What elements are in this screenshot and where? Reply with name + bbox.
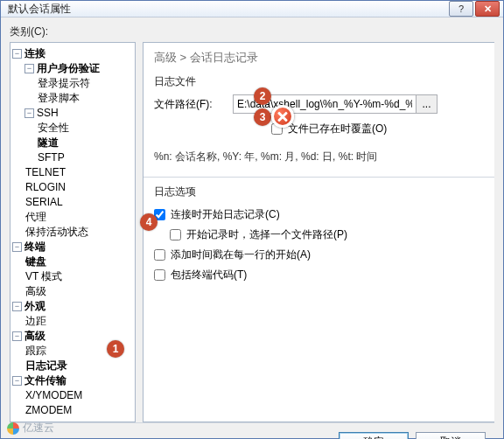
opt3-row: 添加时间戳在每一行的开始(A) bbox=[154, 245, 484, 265]
tree-connection[interactable]: 连接 bbox=[24, 47, 46, 59]
opt1-label: 连接时开始日志记录(C) bbox=[171, 207, 280, 222]
file-path-label: 文件路径(F): bbox=[154, 97, 233, 112]
tree-toggle[interactable]: − bbox=[12, 302, 22, 311]
cancel-button[interactable]: 取消 bbox=[416, 432, 486, 440]
breadcrumb: 高级 > 会话日志记录 bbox=[154, 50, 484, 66]
dialog-window: 默认会话属性 ? ✕ 类别(C): −连接 −用户身份验证 登录提示符 登录脚本… bbox=[0, 0, 504, 439]
tree-advanced[interactable]: 高级 bbox=[24, 330, 46, 342]
watermark: 亿速云 bbox=[7, 421, 54, 436]
opt2-label: 开始记录时，选择一个文件路径(P) bbox=[186, 227, 347, 242]
category-tree[interactable]: −连接 −用户身份验证 登录提示符 登录脚本 −SSH 安全性 隧道 SFTP … bbox=[10, 42, 136, 422]
badge-2: 2 bbox=[254, 87, 271, 105]
help-button[interactable]: ? bbox=[449, 1, 473, 17]
error-icon bbox=[271, 105, 294, 128]
window-title: 默认会话属性 bbox=[8, 2, 447, 17]
format-hint: %n: 会话名称, %Y: 年, %m: 月, %d: 日, %t: 时间 bbox=[154, 150, 484, 164]
tree-rlogin[interactable]: RLOGIN bbox=[24, 181, 66, 193]
separator bbox=[144, 177, 494, 178]
log-file-section: 日志文件 bbox=[154, 74, 484, 89]
ok-button[interactable]: 确定 bbox=[339, 432, 409, 440]
opt4-label: 包括终端代码(T) bbox=[171, 268, 247, 282]
tree-keyboard[interactable]: 键盘 bbox=[24, 255, 47, 268]
tree-appearance[interactable]: 外观 bbox=[24, 300, 46, 312]
tree-trace[interactable]: 跟踪 bbox=[24, 345, 47, 357]
overwrite-label: 文件已存在时覆盖(O) bbox=[288, 122, 387, 136]
tree-tunnel[interactable]: 隧道 bbox=[37, 136, 60, 149]
opt2-row: 开始记录时，选择一个文件路径(P) bbox=[154, 225, 484, 245]
tree-toggle[interactable]: − bbox=[12, 242, 22, 252]
tree-toggle[interactable]: − bbox=[12, 376, 22, 386]
file-path-row: 文件路径(F): ... bbox=[154, 94, 484, 114]
tree-serial[interactable]: SERIAL bbox=[24, 196, 64, 208]
tree-sftp[interactable]: SFTP bbox=[37, 151, 66, 164]
tree-keepalive[interactable]: 保持活动状态 bbox=[24, 226, 89, 238]
tree-zmodem[interactable]: ZMODEM bbox=[24, 404, 73, 416]
tree-filetransfer[interactable]: 文件传输 bbox=[24, 374, 67, 387]
opt3-label: 添加时间戳在每一行的开始(A) bbox=[171, 247, 311, 262]
badge-1: 1 bbox=[107, 340, 124, 358]
close-button[interactable]: ✕ bbox=[475, 1, 500, 17]
tree-margins[interactable]: 边距 bbox=[24, 315, 47, 327]
dialog-body: 类别(C): −连接 −用户身份验证 登录提示符 登录脚本 −SSH 安全性 隧… bbox=[1, 17, 503, 439]
badge-3: 3 bbox=[254, 108, 271, 126]
titlebar[interactable]: 默认会话属性 ? ✕ bbox=[1, 1, 503, 17]
tree-advanced-term[interactable]: 高级 bbox=[24, 285, 47, 297]
opt2-checkbox[interactable] bbox=[170, 229, 181, 240]
tree-xymodem[interactable]: X/YMODEM bbox=[24, 389, 83, 401]
overwrite-row: 文件已存在时覆盖(O) bbox=[154, 119, 484, 139]
settings-panel: 高级 > 会话日志记录 日志文件 文件路径(F): ... 文件已存在时覆盖(O… bbox=[143, 42, 494, 422]
browse-button[interactable]: ... bbox=[416, 94, 438, 114]
log-options-section: 日志选项 bbox=[154, 185, 484, 199]
tree-login-prompt[interactable]: 登录提示符 bbox=[37, 77, 91, 89]
tree-vtmode[interactable]: VT 模式 bbox=[24, 270, 63, 282]
tree-auth[interactable]: 用户身份验证 bbox=[36, 62, 101, 74]
watermark-text: 亿速云 bbox=[23, 421, 54, 436]
opt3-checkbox[interactable] bbox=[154, 249, 165, 261]
tree-ssh[interactable]: SSH bbox=[36, 107, 60, 119]
tree-security[interactable]: 安全性 bbox=[37, 122, 70, 134]
category-label: 类别(C): bbox=[10, 24, 494, 39]
opt4-row: 包括终端代码(T) bbox=[154, 265, 484, 285]
watermark-logo-icon bbox=[7, 422, 19, 435]
tree-telnet[interactable]: TELNET bbox=[24, 166, 66, 178]
dialog-buttons: 确定 取消 bbox=[10, 422, 494, 439]
tree-logging[interactable]: 日志记录 bbox=[24, 359, 68, 372]
tree-toggle[interactable]: − bbox=[24, 108, 34, 118]
opt4-checkbox[interactable] bbox=[154, 269, 165, 281]
content: −连接 −用户身份验证 登录提示符 登录脚本 −SSH 安全性 隧道 SFTP … bbox=[10, 42, 494, 422]
tree-proxy[interactable]: 代理 bbox=[24, 211, 47, 223]
tree-toggle[interactable]: − bbox=[24, 64, 34, 73]
tree-toggle[interactable]: − bbox=[12, 331, 22, 341]
badge-4: 4 bbox=[140, 213, 158, 231]
tree-login-script[interactable]: 登录脚本 bbox=[37, 92, 80, 104]
tree-toggle[interactable]: − bbox=[12, 49, 22, 59]
opt1-row: 连接时开始日志记录(C) bbox=[154, 205, 484, 225]
tree-terminal[interactable]: 终端 bbox=[24, 240, 46, 253]
